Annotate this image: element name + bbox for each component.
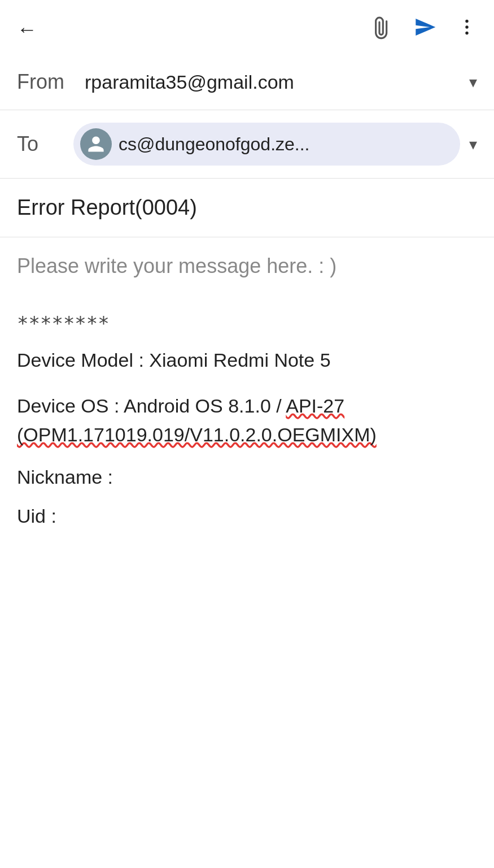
from-row[interactable]: From rparamita35@gmail.com ▾	[0, 54, 494, 110]
recipient-email: cs@dungeonofgod.ze...	[119, 134, 310, 155]
avatar	[80, 128, 112, 160]
from-label: From	[17, 70, 85, 94]
svg-point-2	[465, 25, 468, 28]
back-button[interactable]: ←	[17, 19, 37, 40]
svg-point-1	[465, 20, 468, 23]
uid-underline: (OPM1.171019.019/V11.0.2.0.OEGMIXM)	[17, 424, 377, 445]
uid-line: Uid :	[17, 505, 477, 527]
to-label: To	[17, 132, 73, 156]
device-os-block: Device OS : Android OS 8.1.0 / API-27 (O…	[17, 392, 477, 449]
attach-icon[interactable]	[366, 12, 399, 46]
to-chevron-icon[interactable]: ▾	[469, 135, 477, 154]
body-divider: ********	[17, 312, 477, 335]
from-email: rparamita35@gmail.com	[85, 71, 464, 93]
api-text: API-27	[286, 395, 344, 416]
device-os-text: Device OS : Android OS 8.1.0 / API-27 (O…	[17, 392, 477, 449]
from-chevron-icon[interactable]: ▾	[469, 73, 477, 92]
to-row[interactable]: To cs@dungeonofgod.ze... ▾	[0, 110, 494, 179]
more-options-icon[interactable]	[457, 17, 477, 42]
recipient-chip[interactable]: cs@dungeonofgod.ze...	[73, 123, 460, 166]
device-model-text: Device Model : Xiaomi Redmi Note 5	[17, 349, 331, 371]
toolbar-left: ←	[17, 19, 37, 40]
toolbar: ←	[0, 0, 494, 54]
toolbar-right	[372, 16, 477, 43]
body-area[interactable]: Please write your message here. : ) ****…	[0, 237, 494, 544]
subject-row[interactable]: Error Report(0004)	[0, 179, 494, 237]
svg-point-3	[465, 32, 468, 34]
subject-text: Error Report(0004)	[17, 196, 197, 219]
svg-marker-0	[416, 19, 435, 36]
device-model-block: Device Model : Xiaomi Redmi Note 5	[17, 346, 477, 375]
nickname-line: Nickname :	[17, 466, 477, 488]
send-icon[interactable]	[414, 16, 436, 43]
body-placeholder: Please write your message here. : )	[17, 254, 477, 278]
